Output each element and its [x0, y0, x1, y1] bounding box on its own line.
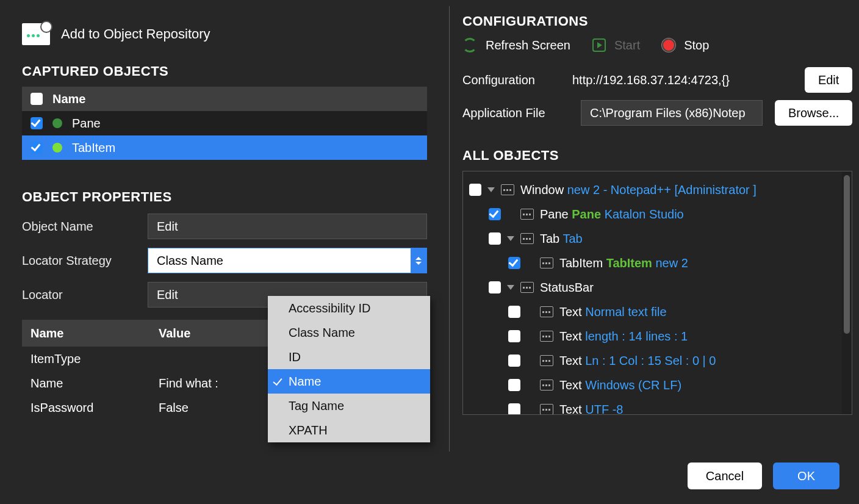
- object-properties-heading: OBJECT PROPERTIES: [22, 189, 427, 205]
- scrollbar[interactable]: [842, 171, 852, 414]
- prop-name: ItemType: [31, 352, 159, 366]
- tree-row[interactable]: TabItem TabItem new 2: [469, 251, 839, 275]
- tree-row-label: Tab Tab: [540, 232, 583, 246]
- tree-row-label: StatusBar: [540, 281, 594, 295]
- tree-row-checkbox[interactable]: [489, 232, 501, 245]
- object-icon: [540, 257, 553, 268]
- application-file-input[interactable]: [581, 100, 763, 126]
- tree-row[interactable]: Window new 2 - Notepad++ [Administrator …: [469, 178, 839, 202]
- locator-strategy-dropdown[interactable]: Accessibility IDClass NameIDNameTag Name…: [268, 296, 430, 442]
- object-icon: [540, 380, 553, 391]
- tree-row-label: Text Windows (CR LF): [559, 378, 681, 392]
- tree-row[interactable]: Tab Tab: [469, 226, 839, 251]
- tree-row-label: Text length : 14 lines : 1: [559, 329, 688, 344]
- captured-row-pane-checkbox[interactable]: [31, 117, 43, 129]
- application-file-row: Application File Browse...: [462, 100, 852, 126]
- application-file-label: Application File: [462, 106, 569, 120]
- tree-row[interactable]: StatusBar: [469, 275, 839, 300]
- tree-scroll-area[interactable]: Window new 2 - Notepad++ [Administrator …: [463, 171, 842, 414]
- object-icon: [540, 331, 553, 342]
- object-icon: [520, 209, 534, 220]
- status-dot-icon: [52, 143, 62, 153]
- captured-row-pane[interactable]: Pane: [22, 111, 427, 135]
- scrollbar-thumb[interactable]: [844, 175, 850, 334]
- prop-value: False: [159, 401, 189, 415]
- object-icon: [520, 233, 534, 244]
- config-actions: Refresh Screen Start Stop: [462, 38, 852, 52]
- prop-value: Find what :: [159, 376, 218, 391]
- refresh-screen-button[interactable]: Refresh Screen: [462, 38, 570, 52]
- configurations-heading: CONFIGURATIONS: [462, 13, 852, 29]
- edit-button[interactable]: Edit: [805, 67, 852, 93]
- select-arrows-icon: [411, 248, 426, 273]
- browse-button[interactable]: Browse...: [775, 100, 852, 126]
- refresh-label: Refresh Screen: [486, 38, 570, 52]
- title-row: Add to Object Repository: [22, 23, 427, 45]
- captured-objects-table: Name Pane TabItem: [22, 87, 427, 160]
- properties-col-value: Value: [159, 326, 190, 340]
- tree-row[interactable]: Text Windows (CR LF): [469, 373, 839, 397]
- object-icon: [540, 306, 553, 317]
- play-icon: [592, 38, 606, 52]
- all-objects-tree: Window new 2 - Notepad++ [Administrator …: [462, 171, 852, 415]
- expand-icon[interactable]: [487, 186, 495, 193]
- dropdown-item[interactable]: Tag Name: [268, 394, 430, 418]
- tree-row-checkbox[interactable]: [508, 330, 520, 342]
- dropdown-item[interactable]: XPATH: [268, 418, 430, 442]
- locator-strategy-row: Locator Strategy Class Name: [22, 248, 427, 273]
- object-icon: [540, 404, 553, 414]
- expand-icon[interactable]: [507, 235, 514, 242]
- tree-row-checkbox[interactable]: [508, 403, 520, 414]
- configuration-label: Configuration: [462, 73, 560, 87]
- tree-row-checkbox[interactable]: [508, 257, 520, 269]
- tree-row-checkbox[interactable]: [489, 208, 501, 220]
- tree-row[interactable]: Text Normal text file: [469, 300, 839, 324]
- dropdown-item[interactable]: ID: [268, 345, 430, 369]
- cancel-button[interactable]: Cancel: [688, 463, 762, 489]
- tree-row-label: Window new 2 - Notepad++ [Administrator …: [520, 183, 757, 197]
- status-dot-icon: [52, 118, 62, 128]
- expand-icon[interactable]: [507, 284, 514, 291]
- dropdown-item[interactable]: Name: [268, 369, 430, 394]
- locator-strategy-select[interactable]: Class Name: [148, 248, 427, 273]
- object-icon: [520, 282, 534, 293]
- tree-row-label: Text Normal text file: [559, 305, 667, 319]
- tree-row-checkbox[interactable]: [508, 379, 520, 391]
- tree-row[interactable]: Text length : 14 lines : 1: [469, 324, 839, 348]
- tree-row-checkbox[interactable]: [508, 306, 520, 318]
- right-panel: CONFIGURATIONS Refresh Screen Start Stop…: [447, 0, 859, 452]
- all-objects-heading: ALL OBJECTS: [462, 148, 852, 164]
- dialog-footer: Cancel OK: [688, 463, 839, 489]
- tree-row[interactable]: Text UTF -8: [469, 397, 839, 414]
- left-panel: Add to Object Repository CAPTURED OBJECT…: [0, 0, 447, 452]
- object-icon: [540, 355, 553, 366]
- prop-name: IsPassword: [31, 401, 159, 415]
- tree-row-checkbox[interactable]: [489, 281, 501, 293]
- stop-icon: [662, 38, 675, 52]
- captured-row-tabitem[interactable]: TabItem: [22, 135, 427, 160]
- properties-col-name: Name: [31, 326, 159, 340]
- configuration-row: Configuration http://192.168.37.124:4723…: [462, 67, 852, 93]
- start-label: Start: [614, 38, 640, 52]
- configuration-value: http://192.168.37.124:4723,{}: [572, 73, 793, 87]
- tree-row[interactable]: Text Ln : 1 Col : 15 Sel : 0 | 0: [469, 348, 839, 373]
- locator-strategy-value: Class Name: [157, 254, 223, 268]
- object-name-input[interactable]: [148, 214, 427, 239]
- tree-row[interactable]: Pane Pane Katalon Studio: [469, 202, 839, 226]
- refresh-icon: [462, 38, 477, 52]
- tree-row-checkbox[interactable]: [469, 184, 481, 196]
- tree-row-label: Text UTF -8: [559, 403, 623, 415]
- main: Add to Object Repository CAPTURED OBJECT…: [0, 0, 859, 452]
- dropdown-item[interactable]: Class Name: [268, 320, 430, 345]
- tree-row-label: Pane Pane Katalon Studio: [540, 207, 684, 221]
- captured-row-tabitem-checkbox[interactable]: [31, 142, 43, 154]
- stop-button[interactable]: Stop: [662, 38, 709, 52]
- tree-row-checkbox[interactable]: [508, 355, 520, 367]
- dropdown-item[interactable]: Accessibility ID: [268, 296, 430, 320]
- captured-header-row: Name: [22, 87, 427, 111]
- object-name-row: Object Name: [22, 214, 427, 239]
- captured-select-all-checkbox[interactable]: [31, 93, 43, 105]
- ok-button[interactable]: OK: [773, 463, 839, 489]
- captured-column-name: Name: [52, 92, 85, 106]
- locator-strategy-label: Locator Strategy: [22, 254, 148, 268]
